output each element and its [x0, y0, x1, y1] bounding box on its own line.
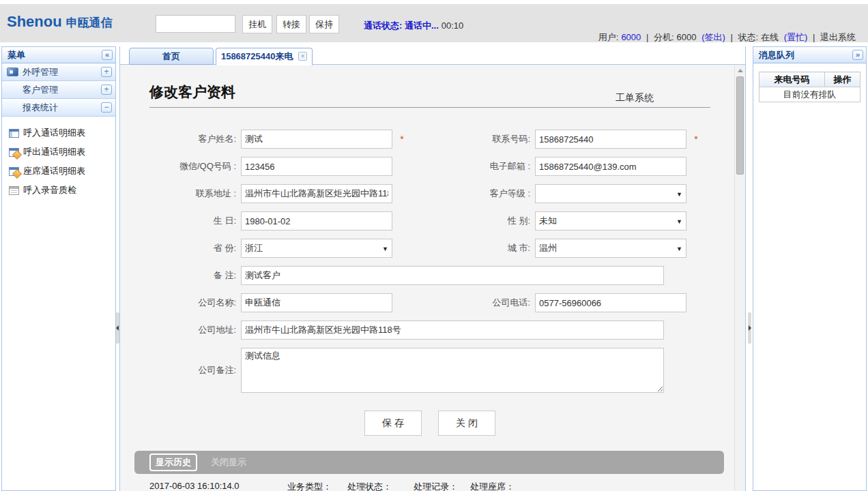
company-phone-input[interactable]: [535, 293, 686, 312]
transfer-button[interactable]: 转接: [276, 15, 306, 33]
sign-out-link[interactable]: (签出): [701, 32, 725, 42]
message-queue-panel: 消息队列 » 来电号码 操作 目前没有排队: [753, 46, 867, 491]
history-record-label: 处理记录：: [414, 481, 470, 491]
table-row: 目前没有排队: [760, 87, 860, 102]
sidebar-group-label: 外呼管理: [23, 67, 58, 77]
user-id-link[interactable]: 6000: [621, 32, 641, 42]
sidebar-item-agent-call-detail[interactable]: 座席通话明细表: [2, 162, 115, 181]
field-label: 联系地址 :: [149, 188, 236, 200]
note-icon: [9, 186, 19, 195]
page-title: 修改客户资料: [149, 83, 235, 102]
customer-level-select[interactable]: [535, 184, 686, 203]
tab-bar: 首页 15868725440来电 ×: [120, 46, 745, 65]
email-input[interactable]: [535, 157, 686, 176]
column-header-action[interactable]: 操作: [825, 72, 860, 87]
panel-expand-button[interactable]: »: [852, 50, 863, 60]
required-mark: *: [392, 134, 411, 145]
customer-name-input[interactable]: [241, 130, 392, 149]
close-button[interactable]: 关 闭: [438, 411, 495, 436]
sidebar-item-inbound-recording-qc[interactable]: 呼入录音质检: [2, 181, 115, 200]
brand-logo-en: Shenou: [7, 13, 62, 30]
scrollbar-thumb[interactable]: [736, 76, 744, 175]
company-name-input[interactable]: [241, 293, 392, 312]
company-address-input[interactable]: [241, 321, 664, 340]
select-value: 未知: [539, 215, 557, 226]
queue-empty-message: 目前没有排队: [760, 87, 860, 102]
city-select[interactable]: 温州: [535, 239, 686, 258]
history-timestamp: 2017-06-03 16:10:14.0: [149, 481, 287, 491]
save-button[interactable]: 保 存: [364, 411, 422, 436]
main-content-panel: 首页 15868725440来电 × 修改客户资料 工单系统 客户姓名: * 联…: [119, 46, 746, 491]
incoming-call-queue-table: 来电号码 操作 目前没有排队: [759, 72, 860, 102]
form-row: 生 日: 性 别: 未知: [149, 211, 734, 230]
status-value: 在线: [761, 32, 779, 42]
scroll-up-arrow-icon[interactable]: [735, 65, 745, 76]
history-agent-label: 处理座席：: [470, 481, 515, 491]
vertical-scrollbar[interactable]: [734, 65, 745, 491]
right-splitter: [748, 46, 751, 491]
sidebar-header: 菜单 «: [2, 47, 115, 63]
expand-icon[interactable]: +: [101, 85, 112, 95]
sidebar-group-label: 报表统计: [23, 102, 58, 113]
gender-select[interactable]: 未知: [535, 211, 686, 230]
form-row: 微信/QQ号码 : 电子邮箱 :: [149, 157, 734, 176]
form-row: 公司地址:: [149, 321, 734, 340]
report-grid-icon: [9, 129, 19, 138]
province-select[interactable]: 浙江: [241, 239, 392, 258]
sidebar-item-label: 呼入通话明细表: [23, 127, 85, 139]
message-queue-header: 消息队列 »: [753, 47, 866, 63]
hold-button[interactable]: 保持: [309, 15, 339, 33]
sidebar-title: 菜单: [8, 50, 25, 60]
close-icon[interactable]: ×: [298, 52, 307, 61]
form-row: 客户姓名: * 联系号码: *: [149, 130, 734, 149]
sidebar-group-reports[interactable]: 报表统计 −: [2, 99, 115, 117]
dial-number-input[interactable]: [156, 15, 235, 33]
remark-input[interactable]: [241, 266, 664, 285]
phone-icon: [7, 68, 18, 76]
extension-value: 6000: [677, 32, 697, 42]
contact-number-input[interactable]: [535, 130, 686, 149]
sidebar-item-label: 呼入录音质检: [23, 184, 76, 196]
wechat-qq-input[interactable]: [241, 157, 392, 176]
tab-home[interactable]: 首页: [129, 48, 214, 65]
sidebar-menu-panel: 菜单 « 外呼管理 + 客户管理 + 报表统计 − 呼入通话明细表 呼出通话明细…: [1, 46, 116, 491]
sidebar-group-customer[interactable]: 客户管理 +: [2, 81, 115, 99]
history-record-row: 2017-06-03 16:10:14.0 业务类型： 处理状态： 处理记录： …: [149, 481, 734, 491]
status-label: 状态:: [738, 32, 758, 42]
column-header-caller-number[interactable]: 来电号码: [760, 72, 825, 87]
history-toolbar: 显示历史 关闭显示: [134, 451, 724, 474]
field-label: 公司名称:: [149, 297, 236, 309]
call-timer: 00:10: [442, 20, 464, 31]
collapse-icon[interactable]: −: [101, 102, 112, 113]
field-label: 公司备注:: [149, 364, 236, 376]
report-edit-icon: [9, 148, 19, 157]
set-busy-link[interactable]: (置忙): [784, 32, 808, 42]
sidebar-item-outbound-call-detail[interactable]: 呼出通话明细表: [2, 143, 115, 162]
sidebar-item-inbound-call-detail[interactable]: 呼入通话明细表: [2, 123, 115, 143]
sidebar-collapse-button[interactable]: «: [102, 50, 113, 60]
tab-label: 15868725440来电: [221, 51, 293, 61]
user-session-info: 用户:6000 | 分机:6000 (签出) | 状态:在线 (置忙) | 退出…: [597, 31, 857, 44]
extension-label: 分机:: [654, 32, 674, 42]
contact-address-input[interactable]: [241, 184, 392, 203]
call-status: 通话状态: 通话中...00:10: [364, 20, 463, 32]
logout-link[interactable]: 退出系统: [820, 32, 856, 42]
field-label: 公司地址:: [149, 324, 236, 336]
expand-icon[interactable]: +: [101, 67, 112, 77]
work-order-system-link[interactable]: 工单系统: [616, 92, 654, 104]
show-history-button[interactable]: 显示历史: [149, 453, 197, 471]
separator: |: [646, 32, 648, 42]
close-history-button[interactable]: 关闭显示: [211, 456, 246, 468]
right-splitter-collapse-handle[interactable]: [748, 312, 751, 344]
company-remark-textarea[interactable]: 测试信息: [241, 348, 664, 393]
field-label: 公司电话:: [411, 297, 530, 309]
field-label: 电子邮箱 :: [411, 160, 530, 173]
field-label: 客户姓名:: [149, 133, 236, 145]
tab-incoming-call[interactable]: 15868725440来电 ×: [216, 48, 313, 65]
form-row: 省 份: 浙江 城 市: 温州: [149, 239, 734, 258]
birthday-input[interactable]: [241, 211, 392, 230]
field-label: 城 市:: [411, 242, 530, 254]
sidebar-group-outbound[interactable]: 外呼管理 +: [2, 63, 115, 81]
hangup-button[interactable]: 挂机: [242, 15, 272, 33]
field-label: 省 份:: [149, 242, 236, 254]
